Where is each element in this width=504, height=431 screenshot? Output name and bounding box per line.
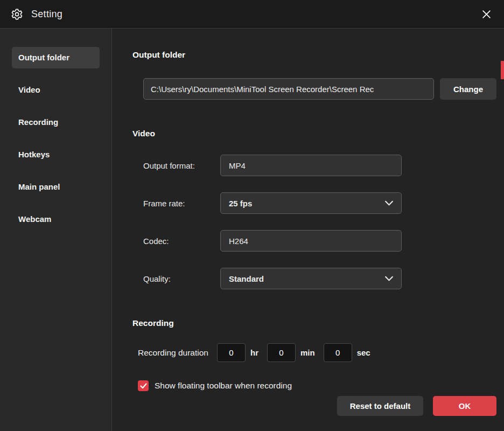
close-icon	[482, 10, 491, 19]
sidebar-item-recording[interactable]: Recording	[12, 112, 100, 133]
scrollbar-thumb[interactable]	[501, 61, 504, 79]
close-button[interactable]	[480, 8, 493, 21]
footer-buttons: Reset to default OK	[337, 396, 496, 416]
quality-select[interactable]: Standard	[220, 268, 402, 289]
codec-field[interactable]: H264	[220, 230, 402, 252]
output-format-row: Output format: MP4	[132, 155, 496, 176]
output-format-label: Output format:	[132, 161, 220, 170]
titlebar: Setting	[0, 0, 504, 29]
sidebar-item-webcam[interactable]: Webcam	[12, 208, 100, 230]
ok-button[interactable]: OK	[433, 396, 496, 416]
hours-unit-label: hr	[250, 348, 258, 357]
gear-icon	[11, 8, 23, 20]
output-format-value: MP4	[229, 161, 246, 170]
minutes-unit-label: min	[300, 348, 315, 357]
output-path-input[interactable]	[143, 78, 434, 100]
settings-main-panel: Output folder Change Video Output format…	[112, 29, 504, 431]
recording-duration-label: Recording duration	[132, 348, 208, 358]
settings-window: Setting Output folder Video Recording Ho…	[0, 0, 504, 431]
frame-rate-label: Frame rate:	[132, 199, 220, 208]
checkbox-checked-icon[interactable]	[138, 380, 149, 391]
floating-toolbar-checkbox-row[interactable]: Show floating toolbar when recording	[132, 380, 496, 391]
sidebar-item-output-folder[interactable]: Output folder	[12, 47, 100, 68]
seconds-unit-label: sec	[357, 348, 370, 357]
sidebar-item-hotkeys[interactable]: Hotkeys	[12, 144, 100, 165]
hours-input[interactable]	[217, 343, 246, 362]
settings-body: Output folder Video Recording Hotkeys Ma…	[0, 29, 504, 431]
minutes-input[interactable]	[267, 343, 296, 362]
quality-row: Quality: Standard	[132, 268, 496, 289]
quality-value: Standard	[229, 274, 264, 283]
output-folder-heading: Output folder	[132, 50, 496, 60]
codec-value: H264	[229, 237, 248, 246]
output-format-field[interactable]: MP4	[220, 155, 402, 176]
window-title: Setting	[31, 9, 62, 20]
recording-heading: Recording	[132, 318, 496, 328]
quality-label: Quality:	[132, 274, 220, 283]
sidebar: Output folder Video Recording Hotkeys Ma…	[0, 29, 112, 431]
seconds-input[interactable]	[324, 343, 352, 362]
chevron-down-icon	[385, 276, 393, 281]
chevron-down-icon	[385, 200, 393, 206]
codec-label: Codec:	[132, 237, 220, 246]
recording-duration-row: Recording duration hr min sec	[132, 343, 496, 362]
frame-rate-value: 25 fps	[229, 199, 252, 208]
change-button[interactable]: Change	[440, 78, 496, 100]
reset-to-default-button[interactable]: Reset to default	[337, 396, 423, 416]
checkbox-label: Show floating toolbar when recording	[155, 381, 292, 391]
video-heading: Video	[132, 129, 496, 138]
codec-row: Codec: H264	[132, 230, 496, 252]
frame-rate-select[interactable]: 25 fps	[220, 192, 402, 214]
output-folder-row: Change	[132, 78, 496, 100]
sidebar-item-video[interactable]: Video	[12, 79, 100, 101]
sidebar-item-main-panel[interactable]: Main panel	[12, 176, 100, 198]
frame-rate-row: Frame rate: 25 fps	[132, 192, 496, 214]
